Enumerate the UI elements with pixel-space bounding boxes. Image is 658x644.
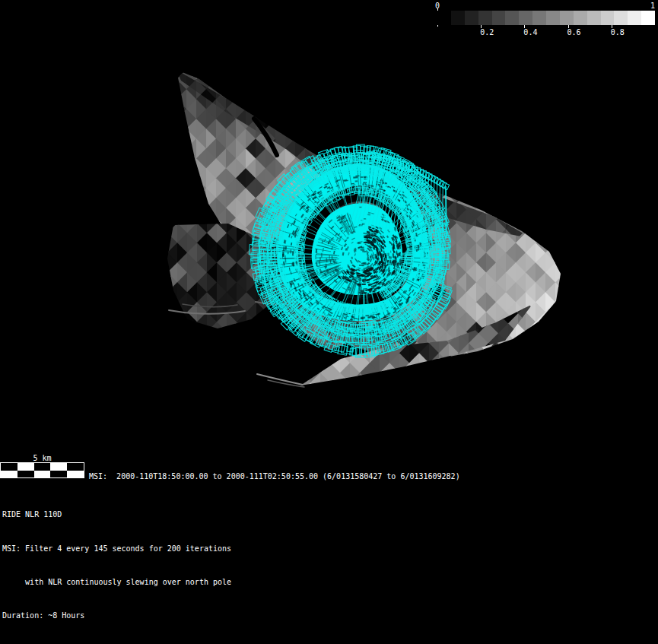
colorbar-step xyxy=(574,11,587,25)
scalebar-cell xyxy=(50,463,67,471)
colorbar-tick-label: 0.8 xyxy=(611,28,625,36)
caption-line: with NLR continuously slewing over north… xyxy=(2,577,231,588)
scalebar-row-top xyxy=(1,463,84,471)
colorbar-step xyxy=(451,11,465,25)
status-line: MSI: 2000-110T18:50:00.00 to 2000-111T02… xyxy=(89,471,460,481)
colorbar-tick-label: 0.2 xyxy=(480,28,494,36)
colorbar-step xyxy=(628,11,641,25)
scalebar-label: 5 km xyxy=(0,454,84,462)
colorbar-tick xyxy=(612,25,612,28)
colorbar-tick xyxy=(481,25,482,28)
colorbar-tick xyxy=(568,25,569,28)
scalebar-cell xyxy=(17,463,34,471)
colorbar-step xyxy=(587,11,601,25)
colorbar-tick-label: 0.6 xyxy=(567,28,581,36)
colorbar-step xyxy=(478,11,492,25)
colorbar-step xyxy=(601,11,615,25)
colorbar-gradient xyxy=(437,11,655,25)
figure-canvas: 0 1 0.2 0.4 0.6 0.8 5 km MSI: 2000-110T1… xyxy=(0,0,658,644)
colorbar-step xyxy=(614,11,628,25)
caption-line: MSI: Filter 4 every 145 seconds for 200 … xyxy=(2,544,231,555)
scalebar-cell xyxy=(67,471,84,478)
scalebar-cell xyxy=(34,463,51,471)
scalebar-cell xyxy=(34,471,51,478)
scalebar-cell xyxy=(1,463,17,471)
colorbar-step xyxy=(437,11,451,25)
colorbar-max-label: 1 xyxy=(650,2,655,10)
caption-line: Duration: ~8 Hours xyxy=(2,611,231,622)
scalebar-checker xyxy=(0,462,84,478)
scalebar-cell xyxy=(17,471,34,478)
colorbar-step xyxy=(505,11,519,25)
scalebar-cell xyxy=(67,463,84,471)
colorbar-step xyxy=(532,11,546,25)
colorbar-step xyxy=(465,11,478,25)
colorbar-step xyxy=(492,11,506,25)
caption-block: RIDE NLR 110D MSI: Filter 4 every 145 se… xyxy=(2,487,231,644)
scalebar-cell xyxy=(1,471,17,478)
colorbar-step xyxy=(546,11,560,25)
colorbar-tick-label: 0.4 xyxy=(523,28,537,36)
caption-title: RIDE NLR 110D xyxy=(2,509,231,521)
scalebar-cell xyxy=(50,471,67,478)
colorbar-step xyxy=(560,11,574,25)
colorbar-tick xyxy=(524,25,525,28)
colorbar-step xyxy=(641,11,655,25)
colorbar-step xyxy=(519,11,532,25)
scalebar-row-bottom xyxy=(1,471,84,478)
